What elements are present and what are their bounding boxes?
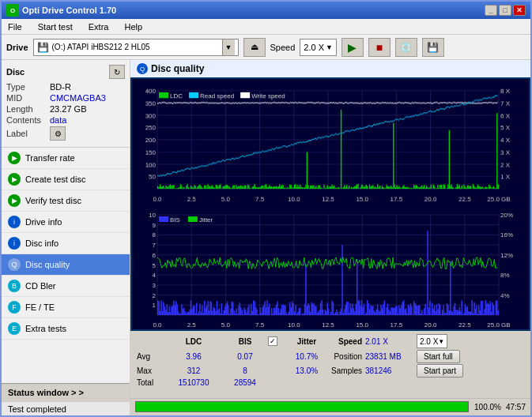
total-bis: 28594 <box>222 378 268 387</box>
nav-icon-disc-info: i <box>8 237 21 250</box>
samples-label: Samples <box>330 366 365 375</box>
disc-length-label: Length <box>6 104 50 114</box>
nav-disc-quality[interactable]: Q Disc quality <box>2 254 130 276</box>
nav-disc-info[interactable]: i Disc info <box>2 233 130 254</box>
nav-label-drive-info: Drive info <box>25 217 62 227</box>
content-title-bar: Q Disc quality <box>130 60 530 77</box>
progress-area: 100.0% 47:57 <box>130 398 530 415</box>
window-title: Opti Drive Control 1.70 <box>22 6 116 15</box>
minimize-button[interactable]: _ <box>485 5 497 16</box>
nav-icon-fe-te: F <box>8 301 21 314</box>
top-chart-wrapper <box>132 79 529 204</box>
top-chart-canvas <box>132 79 529 204</box>
bottom-chart-canvas <box>132 204 529 329</box>
nav-icon-cd-bler: B <box>8 280 21 292</box>
speed-selector[interactable]: 2.0 X ▼ <box>300 39 337 56</box>
disc-type-row: Type BD-R <box>6 82 125 92</box>
disc-contents-row: Contents data <box>6 115 125 125</box>
total-label: Total <box>137 378 165 387</box>
menu-start-test[interactable]: Start test <box>35 21 76 32</box>
disc-refresh-button[interactable]: ↻ <box>109 65 125 79</box>
disc-panel-header: Disc ↻ <box>6 65 125 79</box>
nav-label-disc-quality: Disc quality <box>25 260 70 269</box>
nav-icon-verify-test-disc: ▶ <box>8 194 21 207</box>
ldc-header: LDC <box>165 337 222 346</box>
drive-selector[interactable]: 💾 (O:) ATAPI iHBS212 2 HL05 ▼ <box>33 39 239 56</box>
maximize-button[interactable]: □ <box>499 5 511 16</box>
drive-dropdown-arrow[interactable]: ▼ <box>222 39 235 55</box>
nav-label-disc-info: Disc info <box>25 239 58 248</box>
nav-drive-info[interactable]: i Drive info <box>2 212 130 233</box>
nav-create-test-disc[interactable]: ▶ Create test disc <box>2 169 130 190</box>
speed-stat-value: 2.01 X <box>365 337 417 346</box>
disc-label-row: Label ⚙ <box>6 126 125 141</box>
disc-panel: Disc ↻ Type BD-R MID CMCMAGBA3 Length 23… <box>2 60 130 148</box>
disc-mid-value: CMCMAGBA3 <box>50 93 106 103</box>
speed-selected-text: 2.0 X <box>304 43 324 52</box>
position-label: Position <box>330 352 365 361</box>
nav-label-fe-te: FE / TE <box>25 302 55 312</box>
speed-label: Speed <box>270 43 296 52</box>
main-area: Disc ↻ Type BD-R MID CMCMAGBA3 Length 23… <box>2 60 530 415</box>
save-button[interactable]: 💾 <box>422 38 444 57</box>
nav-icon-create-test-disc: ▶ <box>8 173 21 186</box>
menu-file[interactable]: File <box>5 21 25 32</box>
main-window: O Opti Drive Control 1.70 _ □ ✕ File Sta… <box>0 0 532 417</box>
eject-button[interactable]: ⏏ <box>243 38 266 57</box>
title-buttons: _ □ ✕ <box>485 5 526 16</box>
nav-icon-drive-info: i <box>8 216 21 228</box>
stats-bar: LDC BIS ✓ Jitter Speed 2.01 X 2.0 X▼ <box>130 331 530 398</box>
menu-help[interactable]: Help <box>121 21 145 32</box>
disc-type-value: BD-R <box>50 82 71 92</box>
jitter-checkbox[interactable]: ✓ <box>268 336 277 346</box>
nav-label-transfer-rate: Transfer rate <box>25 153 75 163</box>
disc-contents-value[interactable]: data <box>50 115 66 125</box>
nav-fe-te[interactable]: F FE / TE <box>2 297 130 318</box>
disc-label-icon-button[interactable]: ⚙ <box>50 126 66 141</box>
stop-button[interactable]: ■ <box>368 38 391 57</box>
progress-text: 100.0% <box>474 403 501 411</box>
progress-bar <box>135 401 469 412</box>
progress-bar-fill <box>136 402 468 411</box>
max-label: Max <box>137 366 165 375</box>
test-completed-text: Test completed <box>8 404 66 414</box>
start-part-button[interactable]: Start part <box>417 364 463 378</box>
start-full-button[interactable]: Start full <box>417 350 460 363</box>
time-text: 47:57 <box>506 403 526 411</box>
stats-speed-dropdown-val: 2.0 X <box>420 337 438 346</box>
app-icon: O <box>6 4 19 17</box>
disc-mid-row: MID CMCMAGBA3 <box>6 93 125 103</box>
title-bar: O Opti Drive Control 1.70 _ □ ✕ <box>2 2 530 19</box>
drive-selected-text: (O:) ATAPI iHBS212 2 HL05 <box>52 43 219 51</box>
play-button[interactable]: ▶ <box>341 38 364 57</box>
nav-label-verify-test-disc: Verify test disc <box>25 196 81 205</box>
disc-type-label: Type <box>6 82 50 92</box>
nav-transfer-rate[interactable]: ▶ Transfer rate <box>2 148 130 169</box>
max-ldc: 312 <box>165 366 222 375</box>
max-bis: 8 <box>222 366 268 375</box>
sidebar-bottom: Status window > > Test completed <box>2 383 130 415</box>
disc-length-row: Length 23.27 GB <box>6 104 125 114</box>
content-title-icon: Q <box>137 63 148 74</box>
avg-bis: 0.07 <box>222 352 268 361</box>
nav-icon-transfer-rate: ▶ <box>8 152 21 164</box>
nav-icon-extra-tests: E <box>8 322 21 335</box>
nav-cd-bler[interactable]: B CD Bler <box>2 276 130 297</box>
nav-label-extra-tests: Extra tests <box>25 324 66 333</box>
stats-speed-dropdown[interactable]: 2.0 X▼ <box>417 334 447 348</box>
sidebar: Disc ↻ Type BD-R MID CMCMAGBA3 Length 23… <box>2 60 130 415</box>
nav-label-cd-bler: CD Bler <box>25 281 56 291</box>
speed-stat-label: Speed <box>330 337 365 346</box>
content-title-text: Disc quality <box>151 63 204 74</box>
nav-verify-test-disc[interactable]: ▶ Verify test disc <box>2 190 130 212</box>
menu-extra[interactable]: Extra <box>85 21 112 32</box>
avg-jitter: 10.7% <box>284 352 330 361</box>
samples-value: 381246 <box>365 366 417 375</box>
disc-icon-button[interactable]: 💿 <box>395 38 417 57</box>
disc-contents-label: Contents <box>6 115 50 125</box>
disc-mid-label: MID <box>6 93 50 103</box>
nav-extra-tests[interactable]: E Extra tests <box>2 318 130 340</box>
close-button[interactable]: ✕ <box>513 5 526 16</box>
status-window-button[interactable]: Status window > > <box>2 383 130 401</box>
content-area: Q Disc quality LDC BIS <box>130 60 530 415</box>
